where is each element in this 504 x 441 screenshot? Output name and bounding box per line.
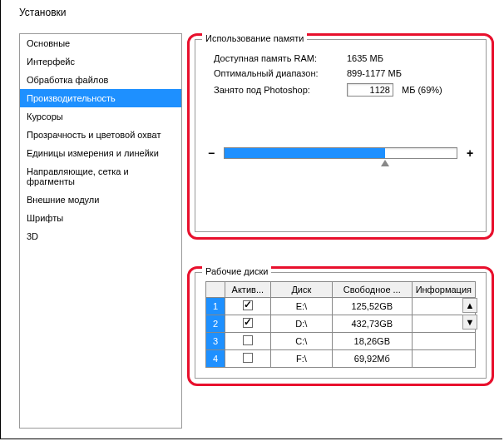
available-ram-label: Доступная память RAM:: [214, 53, 347, 63]
used-label: Занято под Photoshop:: [214, 85, 347, 95]
slider-plus[interactable]: +: [464, 146, 476, 160]
sidebar-item-3d[interactable]: 3D: [20, 227, 181, 245]
row-num: 1: [206, 298, 225, 315]
used-unit: МБ (69%): [402, 85, 442, 95]
scratch-legend: Рабочие диски: [202, 266, 271, 276]
sidebar-item-performance[interactable]: Производительность: [20, 89, 181, 107]
table-row[interactable]: 1 E:\ 125,52GB: [206, 298, 476, 315]
sidebar-item-plugins[interactable]: Внешние модули: [20, 191, 181, 209]
scratch-fieldset: Рабочие диски Актив... Диск Свободное ..…: [195, 272, 487, 379]
row-free: 125,52GB: [332, 298, 412, 315]
sidebar-item-units[interactable]: Единицы измерения и линейки: [20, 144, 181, 162]
move-up-button[interactable]: ▲: [462, 298, 477, 313]
sidebar-item-guides[interactable]: Направляющие, сетка и фрагменты: [20, 162, 181, 191]
row-free: 432,73GB: [332, 315, 412, 333]
preferences-sidebar: Основные Интерфейс Обработка файлов Прои…: [19, 33, 182, 429]
ideal-range-value: 899-1177 МБ: [347, 68, 422, 78]
table-row[interactable]: 3 C:\ 18,26GB: [206, 333, 476, 350]
sidebar-item-filehandling[interactable]: Обработка файлов: [20, 71, 181, 89]
sidebar-item-interface[interactable]: Интерфейс: [20, 52, 181, 71]
move-down-button[interactable]: ▼: [462, 315, 477, 330]
available-ram-value: 1635 МБ: [347, 53, 422, 63]
slider-fill: [225, 148, 385, 158]
row-num: 2: [206, 315, 225, 333]
col-info[interactable]: Информация: [412, 282, 475, 298]
sidebar-item-type[interactable]: Шрифты: [20, 209, 181, 227]
sidebar-item-general[interactable]: Основные: [20, 34, 181, 52]
slider-thumb-icon[interactable]: [381, 160, 389, 166]
col-active[interactable]: Актив...: [225, 282, 270, 298]
memory-slider[interactable]: [224, 147, 457, 159]
row-info: [412, 350, 475, 368]
row-disk: E:\: [270, 298, 332, 315]
checkbox-icon[interactable]: [243, 335, 253, 345]
row-disk: C:\: [270, 333, 332, 350]
scratch-highlight: Рабочие диски Актив... Диск Свободное ..…: [187, 266, 494, 386]
row-active[interactable]: [225, 333, 270, 350]
sidebar-item-transparency[interactable]: Прозрачность и цветовой охват: [20, 126, 181, 144]
checkbox-icon[interactable]: [243, 318, 253, 328]
row-info: [412, 333, 475, 350]
col-disk[interactable]: Диск: [270, 282, 332, 298]
sidebar-item-cursors[interactable]: Курсоры: [20, 107, 181, 126]
memory-highlight: Использование памяти Доступная память RA…: [187, 33, 494, 240]
row-active[interactable]: [225, 350, 270, 368]
used-input[interactable]: [347, 83, 393, 97]
window-title: Установки: [1, 0, 502, 25]
row-num: 4: [206, 350, 225, 368]
row-active[interactable]: [225, 298, 270, 315]
col-num: [206, 282, 225, 298]
chevron-up-icon: ▲: [466, 300, 475, 310]
row-num: 3: [206, 333, 225, 350]
table-header-row: Актив... Диск Свободное ... Информация: [206, 282, 476, 298]
slider-minus[interactable]: −: [205, 146, 217, 160]
memory-legend: Использование памяти: [202, 33, 307, 43]
row-active[interactable]: [225, 315, 270, 333]
chevron-down-icon: ▼: [466, 317, 475, 327]
row-free: 69,92Мб: [332, 350, 412, 368]
row-disk: F:\: [270, 350, 332, 368]
table-row[interactable]: 2 D:\ 432,73GB: [206, 315, 476, 333]
ideal-range-label: Оптимальный диапазон:: [214, 68, 347, 78]
reorder-arrows: ▲ ▼: [462, 298, 477, 330]
col-free[interactable]: Свободное ...: [332, 282, 412, 298]
memory-fieldset: Использование памяти Доступная память RA…: [195, 39, 487, 232]
row-free: 18,26GB: [332, 333, 412, 350]
checkbox-icon[interactable]: [243, 353, 253, 363]
table-row[interactable]: 4 F:\ 69,92Мб: [206, 350, 476, 368]
scratch-disks-table: Актив... Диск Свободное ... Информация 1…: [205, 281, 476, 368]
checkbox-icon[interactable]: [243, 300, 253, 310]
row-disk: D:\: [270, 315, 332, 333]
